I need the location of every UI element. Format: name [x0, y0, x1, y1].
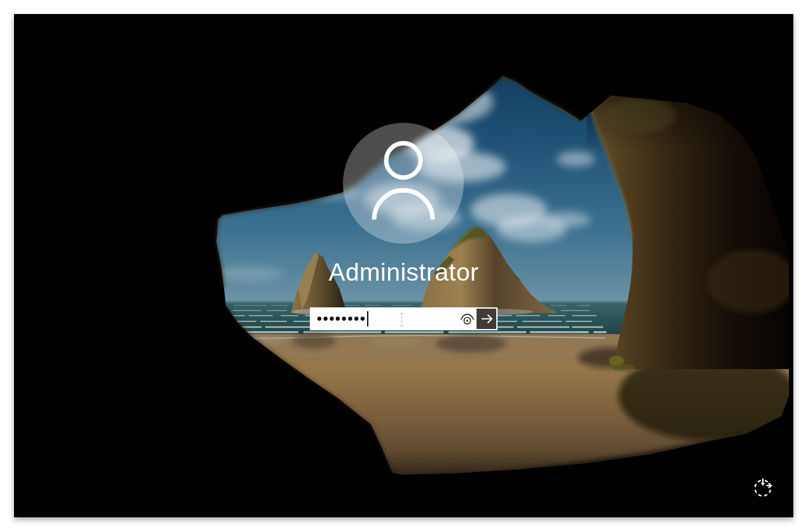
eye-icon [459, 312, 475, 326]
login-screen: Administrator •••••••• [14, 14, 793, 517]
ease-of-access-button[interactable] [751, 475, 775, 499]
password-input[interactable]: •••••••• [311, 309, 457, 329]
reveal-password-button[interactable] [457, 309, 477, 329]
user-name: Administrator [14, 258, 793, 286]
submit-button[interactable] [477, 309, 496, 329]
text-caret [367, 311, 368, 326]
ease-of-access-icon [751, 475, 774, 498]
ibeam-cursor [399, 312, 405, 327]
password-dots: •••••••• [317, 309, 366, 328]
user-silhouette-icon [343, 123, 464, 244]
page: { "window": { "margin_color": "#ffffff" … [0, 0, 808, 532]
password-box: •••••••• [310, 307, 498, 330]
arrow-right-icon [479, 311, 494, 326]
user-avatar [343, 123, 464, 244]
